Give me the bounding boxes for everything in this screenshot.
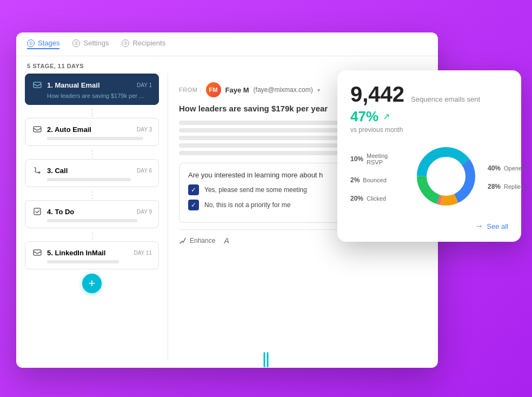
chart-label-clicked: 20% Clicked	[350, 195, 404, 202]
stage-item-5[interactable]: 5. LinkedIn InMail DAY 11	[25, 241, 159, 269]
chart-pct-bounced: 2%	[350, 176, 360, 184]
stage-2-title: 2. Auto Email	[47, 125, 91, 134]
stage-1-icon	[32, 80, 43, 90]
stage-4-day: DAY 9	[137, 209, 152, 215]
stages-tab-label: Stages	[38, 39, 59, 47]
chart-label-opened: 40% Opened	[488, 164, 531, 172]
stage-2-icon	[32, 124, 43, 135]
chart-labels-left: 10% Meeting RSVP 2% Bounced 20% Clicked	[350, 153, 404, 202]
cta-option-1-text: Yes, please send me some meeting	[204, 186, 307, 194]
stage-1-header: 1. Manual Email DAY 1	[32, 80, 152, 90]
stage-1-desc: How leaders are saving $179k per ...	[32, 92, 152, 99]
stage-2-left: 2. Auto Email	[32, 124, 91, 135]
settings-tab-icon: ②	[72, 39, 80, 47]
sender-email: (faye@mixmax.com)	[254, 86, 313, 94]
recipients-tab-label: Recipients	[132, 39, 165, 47]
stats-card: 9,442 Sequence emails sent 47% ↗ vs prev…	[337, 70, 521, 242]
chart-name-opened: Opened	[504, 165, 525, 171]
chevron-down-icon[interactable]: ▾	[317, 87, 320, 93]
from-label: FROM :	[179, 87, 202, 93]
see-all-text: See all	[487, 222, 508, 230]
connector-2	[25, 150, 159, 158]
chart-pct-replied: 28%	[488, 183, 501, 190]
stats-percent: 47%	[350, 108, 378, 125]
donut-chart	[411, 141, 481, 214]
stage-4-title: 4. To Do	[47, 208, 74, 216]
stats-percent-row: 47% ↗	[350, 108, 508, 125]
stage-item-2[interactable]: 2. Auto Email DAY 3	[25, 118, 159, 146]
stage-5-header: 5. LinkedIn InMail DAY 11	[32, 247, 152, 258]
svg-point-10	[427, 157, 465, 195]
bar-line-2	[267, 352, 269, 367]
stage-3-icon	[32, 165, 43, 176]
stages-panel: 1. Manual Email DAY 1 How leaders are sa…	[16, 74, 168, 360]
stage-4-header: 4. To Do DAY 9	[32, 206, 152, 217]
see-all-row[interactable]: → See all	[350, 221, 508, 231]
checkbox-checked-2[interactable]: ✓	[188, 200, 199, 210]
tab-recipients[interactable]: ③ Recipients	[122, 39, 165, 49]
chart-name-replied: Replied	[504, 183, 524, 190]
settings-tab-label: Settings	[83, 39, 109, 47]
stage-4-icon	[32, 206, 43, 217]
recipients-tab-icon: ③	[122, 39, 129, 47]
stats-number: 9,442	[350, 83, 404, 105]
stage-5-title: 5. LinkedIn InMail	[47, 249, 105, 257]
stage-2-header: 2. Auto Email DAY 3	[32, 124, 152, 135]
stage-5-day: DAY 11	[134, 250, 152, 256]
font-label: A	[224, 236, 229, 245]
sender-name: Faye M	[225, 86, 249, 94]
chart-name-bounced: Bounced	[363, 177, 386, 183]
chart-label-bounced: 2% Bounced	[350, 176, 404, 184]
stage-item-1[interactable]: 1. Manual Email DAY 1 How leaders are sa…	[25, 74, 159, 105]
connector-3	[25, 191, 159, 199]
connector-1	[25, 109, 159, 117]
stage-4-left: 4. To Do	[32, 206, 74, 217]
arrow-right-icon: →	[475, 221, 483, 231]
stage-5-icon	[32, 247, 43, 258]
chart-label-replied: 28% Replied	[488, 183, 531, 190]
stage-3-title: 3. Call	[47, 167, 68, 175]
tab-stages[interactable]: ① Stages	[27, 39, 59, 49]
stage-1-title: 1. Manual Email	[47, 81, 100, 89]
stage-item-3[interactable]: 3. Call DAY 6	[25, 159, 159, 187]
connector-4	[25, 233, 159, 240]
chart-name-clicked: Clicked	[367, 195, 386, 202]
chart-pct-clicked: 20%	[350, 195, 363, 202]
enhance-icon	[179, 237, 187, 244]
add-stage-button[interactable]: +	[82, 274, 102, 293]
trend-up-icon: ↗	[383, 111, 390, 122]
chart-pct-opened: 40%	[488, 164, 501, 172]
bottom-bar	[264, 352, 269, 367]
cta-option-2-text: No, this is not a priority for me	[204, 201, 290, 209]
stats-label: Sequence emails sent	[411, 95, 480, 103]
stage-2-day: DAY 3	[137, 127, 152, 133]
stage-5-left: 5. LinkedIn InMail	[32, 247, 105, 258]
tabs-bar: ① Stages ② Settings ③ Recipients	[16, 32, 438, 56]
bar-line-1	[264, 352, 265, 367]
enhance-button[interactable]: Enhance	[179, 237, 215, 244]
sender-avatar: FM	[206, 82, 221, 97]
chart-name-meeting-rsvp: Meeting RSVP	[367, 153, 404, 166]
chart-labels-right: 40% Opened 28% Replied	[488, 164, 531, 190]
vs-label: vs previous month	[350, 126, 508, 134]
stage-3-header: 3. Call DAY 6	[32, 165, 152, 176]
stats-header: 9,442 Sequence emails sent	[350, 83, 508, 105]
font-button[interactable]: A	[224, 236, 229, 245]
enhance-label: Enhance	[190, 237, 215, 244]
svg-rect-2	[34, 208, 41, 215]
stage-1-left: 1. Manual Email	[32, 80, 100, 90]
stage-item-4[interactable]: 4. To Do DAY 9	[25, 200, 159, 228]
chart-label-meeting-rsvp: 10% Meeting RSVP	[350, 153, 404, 166]
chart-pct-meeting-rsvp: 10%	[350, 155, 363, 163]
stage-1-day: DAY 1	[137, 82, 152, 88]
checkbox-checked-1[interactable]: ✓	[188, 184, 199, 195]
tab-settings[interactable]: ② Settings	[72, 39, 109, 49]
body-line-5	[179, 151, 353, 155]
stage-3-day: DAY 6	[137, 168, 152, 174]
chart-area: 10% Meeting RSVP 2% Bounced 20% Clicked	[350, 141, 508, 214]
stage-3-left: 3. Call	[32, 165, 68, 176]
stages-tab-icon: ①	[27, 39, 35, 47]
